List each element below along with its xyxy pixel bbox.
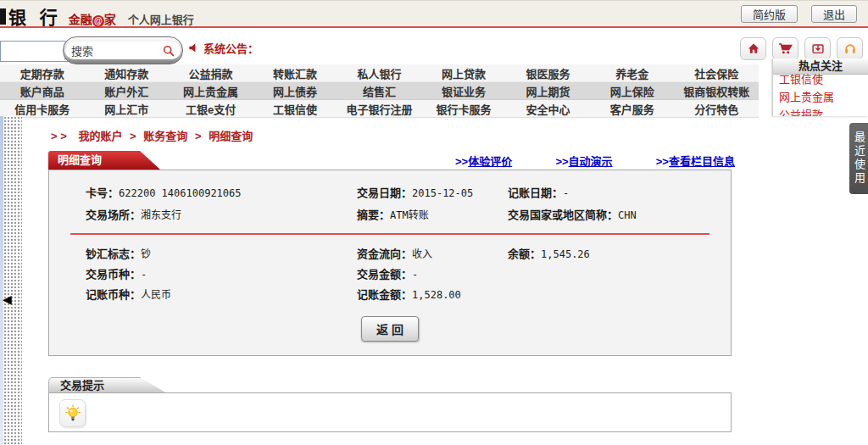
cart-button[interactable] bbox=[772, 37, 798, 60]
brand-finance-home: 金融@家 bbox=[69, 10, 116, 27]
detail-fields-bottom: 钞汇标志：钞 资金流向：收入 余额：1,545.26 交易币种：- 交易金额：-… bbox=[49, 245, 731, 306]
at-icon: @ bbox=[92, 15, 104, 27]
field-booking-amount: 记账金额：1,528.00 bbox=[357, 286, 508, 306]
auto-demo-link[interactable]: >>自动演示 bbox=[555, 153, 612, 169]
nav-item-ebanking-register[interactable]: 电子银行注册 bbox=[337, 101, 421, 117]
logout-button[interactable]: 退出 bbox=[811, 5, 857, 23]
nav-item-private-banking[interactable]: 私人银行 bbox=[337, 65, 421, 81]
nav-item-icbc-epay[interactable]: 工银e支付 bbox=[169, 101, 253, 117]
breadcrumb-separator: > bbox=[195, 130, 202, 142]
field-label: 记账金额： bbox=[357, 288, 412, 301]
nav-item-bank-medical[interactable]: 银医服务 bbox=[506, 65, 590, 81]
nav-item-fixed-deposit[interactable]: 定期存款 bbox=[0, 65, 84, 81]
breadcrumb-my-accounts[interactable]: 我的账户 bbox=[78, 130, 122, 142]
bank-logo: 银 行 金融@家 个人网上银行 bbox=[0, 3, 194, 29]
field-summary: 摘要：ATM转账 bbox=[357, 206, 508, 228]
nav-item-icbc-messenger[interactable]: 工银信使 bbox=[253, 101, 337, 117]
field-value: CHN bbox=[618, 209, 637, 221]
field-cash-remit-flag: 钞汇标志：钞 bbox=[86, 245, 357, 265]
support-button[interactable] bbox=[837, 37, 863, 60]
inbox-button[interactable] bbox=[804, 37, 831, 60]
nav-row-2: 账户商品 账户外汇 网上贵金属 网上债券 结售汇 银证业务 网上期货 网上保险 … bbox=[0, 82, 759, 100]
field-transaction-date: 交易日期：2015-12-05 bbox=[357, 184, 508, 206]
field-transaction-amount: 交易金额：- bbox=[357, 265, 508, 286]
nav-item-customer-service[interactable]: 客户服务 bbox=[590, 101, 674, 117]
nav-item-account-forex[interactable]: 账户外汇 bbox=[84, 83, 168, 99]
hot-link-icbc-messenger[interactable]: 工银信使 bbox=[773, 70, 868, 88]
link-prefix: >> bbox=[455, 155, 468, 168]
nav-item-charity-donation[interactable]: 公益捐款 bbox=[169, 65, 253, 81]
breadcrumb-account-query[interactable]: 账务查询 bbox=[143, 130, 187, 142]
nav-item-pension[interactable]: 养老金 bbox=[590, 65, 674, 81]
system-announcement: 系统公告： bbox=[188, 40, 259, 56]
page: 银 行 金融@家 个人网上银行 简约版 退出 搜索 系统公告： bbox=[0, 0, 868, 445]
home-button[interactable] bbox=[740, 37, 766, 60]
toolbar: 搜索 系统公告： bbox=[0, 28, 868, 64]
search-placeholder: 搜索 bbox=[71, 42, 93, 58]
search-box: 搜索 bbox=[63, 36, 183, 64]
field-label: 交易金额： bbox=[357, 268, 412, 281]
speaker-icon bbox=[188, 42, 199, 53]
simple-version-button[interactable]: 简约版 bbox=[741, 5, 798, 23]
nav-item-bank-securities[interactable]: 银证业务 bbox=[421, 83, 505, 99]
field-value: - bbox=[141, 269, 147, 281]
recently-used-tab[interactable]: 最近使用 bbox=[849, 123, 868, 194]
home-icon bbox=[747, 42, 760, 55]
red-divider bbox=[70, 233, 709, 235]
nav-item-security-center[interactable]: 安全中心 bbox=[506, 101, 590, 117]
nav-item-notice-deposit[interactable]: 通知存款 bbox=[84, 65, 168, 81]
detail-fields-top: 卡号：622200 1406100921065 交易日期：2015-12-05 … bbox=[49, 170, 731, 228]
breadcrumb-detail-query[interactable]: 明细查询 bbox=[209, 130, 253, 142]
field-value: 钞 bbox=[141, 248, 151, 260]
nav-item-online-bond[interactable]: 网上债券 bbox=[253, 83, 337, 99]
nav-item-transfer-remit[interactable]: 转账汇款 bbox=[253, 65, 337, 81]
nav-item-online-futures[interactable]: 网上期货 bbox=[506, 83, 590, 99]
announcement-label: 系统公告： bbox=[203, 40, 259, 56]
nav-item-bank-merchant-transfer[interactable]: 银商银权转账 bbox=[675, 83, 759, 99]
hot-link-charity[interactable]: 公益捐款 bbox=[773, 106, 868, 116]
nav-item-credit-card-service[interactable]: 信用卡服务 bbox=[0, 101, 84, 117]
nav-item-online-forex-market[interactable]: 网上汇市 bbox=[84, 101, 168, 117]
search-icon[interactable] bbox=[163, 45, 175, 57]
nav-item-online-insurance[interactable]: 网上保险 bbox=[590, 83, 674, 99]
hot-link-precious-metal[interactable]: 网上贵金属 bbox=[773, 88, 868, 106]
nav-item-bank-card-service[interactable]: 银行卡服务 bbox=[421, 101, 505, 117]
breadcrumb-separator: > bbox=[130, 130, 136, 142]
field-booking-currency: 记账币种：人民币 bbox=[86, 286, 357, 306]
brand-prefix: 金融 bbox=[69, 13, 92, 26]
header: 银 行 金融@家 个人网上银行 简约版 退出 bbox=[0, 0, 868, 28]
nav-item-online-loan[interactable]: 网上贷款 bbox=[421, 65, 505, 81]
field-empty bbox=[508, 265, 731, 286]
transaction-tips-tab: 交易提示 bbox=[48, 377, 175, 392]
field-transaction-place: 交易场所：湘东支行 bbox=[86, 206, 357, 228]
tab-detail-query[interactable]: 明细查询 bbox=[48, 151, 175, 170]
field-value: - bbox=[412, 269, 418, 281]
field-label: 卡号： bbox=[86, 186, 119, 199]
tip-bulb-button bbox=[59, 399, 86, 427]
field-label: 余额： bbox=[508, 248, 541, 260]
field-value: 1,545.26 bbox=[541, 248, 590, 260]
collapse-arrow-icon[interactable]: ◀ bbox=[3, 293, 12, 305]
lightbulb-icon bbox=[64, 404, 81, 423]
nav-item-social-insurance[interactable]: 社会保险 bbox=[675, 65, 759, 81]
cart-icon bbox=[778, 42, 793, 55]
field-value: 湘东支行 bbox=[141, 209, 181, 221]
transaction-tips-panel bbox=[48, 392, 732, 432]
link-prefix: >> bbox=[555, 155, 568, 168]
field-value: - bbox=[563, 187, 569, 199]
quick-icon-bar bbox=[740, 37, 863, 60]
field-transaction-currency: 交易币种：- bbox=[86, 265, 357, 286]
search-input[interactable]: 搜索 bbox=[65, 42, 181, 59]
view-column-info-link[interactable]: >>查看栏目信息 bbox=[656, 153, 735, 169]
brand-suffix: 家 bbox=[104, 13, 116, 26]
field-value: 1,528.00 bbox=[412, 289, 461, 301]
field-label: 交易场所： bbox=[86, 209, 141, 221]
nav-item-branch-features[interactable]: 分行特色 bbox=[675, 101, 759, 117]
experience-rating-link[interactable]: >>体验评价 bbox=[455, 153, 512, 169]
field-label: 交易日期： bbox=[357, 186, 412, 199]
field-label: 交易币种： bbox=[86, 268, 141, 281]
back-button[interactable]: 返 回 bbox=[361, 316, 419, 342]
nav-item-online-precious-metal[interactable]: 网上贵金属 bbox=[169, 83, 253, 99]
nav-item-account-commodity[interactable]: 账户商品 bbox=[0, 83, 84, 99]
nav-item-forex-settlement[interactable]: 结售汇 bbox=[337, 83, 421, 99]
